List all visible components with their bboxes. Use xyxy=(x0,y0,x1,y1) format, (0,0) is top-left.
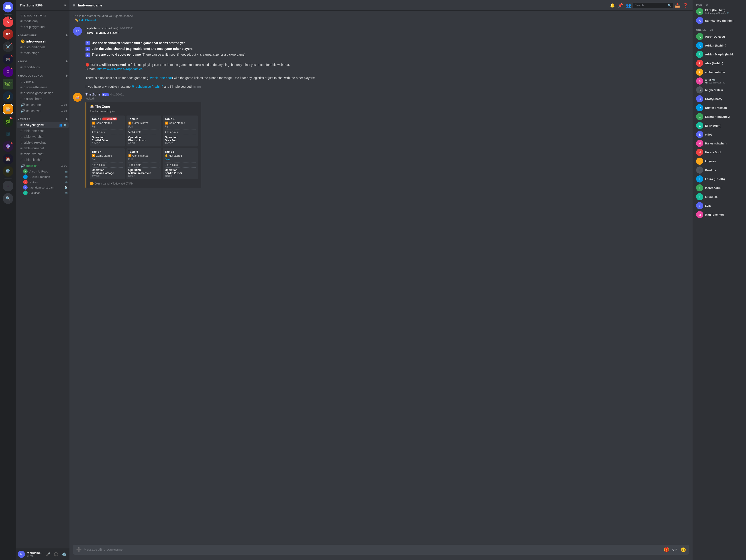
channel-mods-only[interactable]: # mods-only xyxy=(17,18,68,24)
channel-discuss-horror[interactable]: # discuss-horror xyxy=(17,96,68,102)
channel-find-your-game[interactable]: # find-your-game 👥 ⚙️ xyxy=(17,122,68,128)
sidebar-user-alex[interactable]: A Alex (he/him) xyxy=(694,59,744,68)
channel-intro-yourself[interactable]: 🖐️ intro-yourself xyxy=(17,38,68,44)
search-input[interactable] xyxy=(635,4,666,7)
channel-name: announcements xyxy=(24,13,46,17)
sidebar-user-leebrandt33[interactable]: L leebrandt33 xyxy=(694,183,744,192)
channel-couch-one[interactable]: 🔊 couch-one 00 08 xyxy=(17,102,68,108)
server-icon-5[interactable]: 👾 2 xyxy=(3,66,13,77)
sidebar-user-hailey[interactable]: H Hailey (she/her) xyxy=(694,139,744,148)
channel-table-four-chat[interactable]: # table-four-chat xyxy=(17,145,68,151)
server-icon-3[interactable]: ⚔️ 1 xyxy=(3,41,13,52)
table-card-3: Table 3 ▶️ Game started Full 4 of 4 slot… xyxy=(163,116,198,146)
voice-user-aaron[interactable]: A Aaron A. Reed 📹 xyxy=(16,169,69,174)
category-tables[interactable]: ▾ TABLES + xyxy=(16,114,69,122)
sidebar-user-hereticsoul[interactable]: H HereticSoul xyxy=(694,148,744,157)
discover-server-button[interactable]: 🔍 xyxy=(3,193,13,204)
server-icon-tabletop[interactable]: TABLETOP CALL IN Show xyxy=(3,79,13,89)
message-input[interactable] xyxy=(84,544,661,555)
stream-link[interactable]: https://www.twitch.tv/raphdamico xyxy=(97,67,143,71)
sidebar-user-laura[interactable]: L Laura (Koloth) xyxy=(694,175,744,183)
sidebar-user-khymes[interactable]: K khymes xyxy=(694,157,744,166)
sidebar-avatar: L xyxy=(696,184,703,191)
settings-icon[interactable]: ⚙️ xyxy=(61,551,68,558)
server-icon-4[interactable]: 🎮 1 xyxy=(3,54,13,64)
headset-icon[interactable]: 🎧 xyxy=(53,551,60,558)
members-icon[interactable]: 👥 xyxy=(625,2,632,9)
discord-home-icon[interactable] xyxy=(3,2,13,12)
server-icon-8[interactable]: 🌑 xyxy=(3,129,13,139)
add-server-button[interactable]: + xyxy=(3,181,13,191)
sidebar-user-info-raphdamico: raphdamico (he/him) xyxy=(705,19,742,22)
sidebar-user-lyla[interactable]: L Lyla xyxy=(694,201,744,210)
server-icon-2[interactable]: RPG xyxy=(3,29,13,40)
sidebar-user-adrian-marple[interactable]: A Adrian Marple (he/hi... xyxy=(694,50,744,59)
sidebar-user-info: HereticSoul xyxy=(705,151,742,154)
sidebar-user-luluspice[interactable]: L luluspice xyxy=(694,192,744,201)
server-name-header[interactable]: The Zone RPG ▾ xyxy=(16,0,69,11)
server-icon-10[interactable]: 🏰 xyxy=(3,154,13,164)
mute-icon[interactable]: 🎤 xyxy=(45,551,52,558)
sidebar-user-aaron[interactable]: A Aaron A. Reed xyxy=(694,32,744,41)
server-icon-1[interactable]: 77 15 xyxy=(3,17,13,27)
sidebar-user-craftyshafty[interactable]: C CraftyShafty xyxy=(694,94,744,103)
channel-bot-playground[interactable]: # bot-playground xyxy=(17,24,68,30)
server-icon-7[interactable]: 🌿 61 xyxy=(3,116,13,127)
gif-icon[interactable]: GIF xyxy=(671,545,679,555)
add-channel-icon[interactable]: + xyxy=(65,59,68,63)
pin-icon[interactable]: 📌 xyxy=(617,2,624,9)
sidebar-user-eleanor[interactable]: E Eleanor (she/they) xyxy=(694,112,744,121)
category-start-here[interactable]: ▾ START HERE + xyxy=(16,30,69,38)
voice-user-sajidsan[interactable]: S Sajidsan 📹 xyxy=(16,190,69,196)
channel-rules-and-goals[interactable]: # rules-and-goals xyxy=(17,44,68,50)
table-join-6[interactable]: Join! xyxy=(165,158,196,161)
channel-table-one-chat[interactable]: # table-one-chat xyxy=(17,128,68,134)
search-bar[interactable]: 🔍 xyxy=(633,3,673,8)
channel-table-six-chat[interactable]: # table-six-chat xyxy=(17,157,68,163)
server-icon-9[interactable]: 🔮 4 xyxy=(3,141,13,152)
server-icon-6[interactable]: 🌙 xyxy=(3,91,13,102)
sidebar-user-mari[interactable]: M Mari (she/her) xyxy=(694,210,744,219)
server-icon-11[interactable]: ⚗️ xyxy=(3,166,13,177)
channel-discuss-the-zone[interactable]: # discuss-the-zone xyxy=(17,84,68,90)
voice-user-nukes[interactable]: N Nukes 📹 xyxy=(16,179,69,185)
add-attachment-icon[interactable]: ➕ xyxy=(75,545,83,555)
sidebar-user-ania[interactable]: A ania 🐀 🐀 Watch your rat! xyxy=(694,77,744,86)
category-hangout-zones[interactable]: ▾ HANGOUT ZONES + xyxy=(16,70,69,79)
sidebar-user-raphdamico[interactable]: R raphdamico (he/him) xyxy=(694,16,744,25)
sidebar-user-eli[interactable]: E Eli (He/Him) xyxy=(694,121,744,130)
channel-table-three-chat[interactable]: # table-three-chat xyxy=(17,140,68,145)
channel-report-bugs[interactable]: # report-bugs xyxy=(17,64,68,70)
help-icon[interactable]: ❓ xyxy=(682,2,689,9)
channel-general[interactable]: # general xyxy=(17,79,68,84)
sidebar-user-dustin[interactable]: D Dustin Freeman xyxy=(694,103,744,112)
sidebar-user-eliot[interactable]: E Eliot (He / him) Listening to Spotify … xyxy=(694,7,744,16)
notifications-icon[interactable]: 🔔 xyxy=(609,2,616,9)
channel-announcements[interactable]: # announcements xyxy=(17,12,68,18)
sidebar-user-elliot[interactable]: E elliot xyxy=(694,130,744,139)
server-icon-zone-rpg[interactable]: 🎰 xyxy=(3,104,13,114)
table-one-chat-link[interactable]: #table-one-chat xyxy=(150,76,172,80)
channel-couch-two[interactable]: 🔊 couch-two 00 08 xyxy=(17,108,68,114)
settings-icon[interactable]: ⚙️ xyxy=(63,123,67,127)
voice-user-dustin[interactable]: D Dustin Freeman 📹 xyxy=(16,174,69,179)
add-channel-icon[interactable]: + xyxy=(65,33,68,37)
sidebar-user-amber[interactable]: A amber autumn xyxy=(694,68,744,77)
channel-discuss-game-design[interactable]: # discuss-game-design xyxy=(17,90,68,96)
category-bugs[interactable]: ▾ BUGS! + xyxy=(16,56,69,64)
sidebar-user-krudius[interactable]: K Krudius xyxy=(694,166,744,175)
add-channel-icon[interactable]: + xyxy=(65,74,68,78)
voice-user-raphdamico-stream[interactable]: R raphdamico-stream 📡 xyxy=(16,185,69,190)
inbox-icon[interactable]: 📥 xyxy=(674,2,681,9)
gift-icon[interactable]: 🎁 xyxy=(662,545,670,555)
channel-table-one-voice[interactable]: 🔊 table-one 05 06 xyxy=(17,163,68,169)
raphdamico-mention[interactable]: @raphdamico (he/him) xyxy=(132,85,163,88)
channel-table-two-chat[interactable]: # table-two-chat xyxy=(17,134,68,140)
sidebar-user-bugbearstew[interactable]: B bugbearstew xyxy=(694,86,744,94)
channel-main-stage[interactable]: # main-stage xyxy=(17,50,68,56)
add-channel-icon[interactable]: + xyxy=(65,117,68,121)
channel-table-five-chat[interactable]: # table-five-chat xyxy=(17,151,68,157)
sidebar-user-adrian[interactable]: A Adrian (he/him) xyxy=(694,41,744,50)
edit-channel-button[interactable]: ✏️ Edit Channel xyxy=(73,18,97,23)
emoji-icon[interactable]: 😊 xyxy=(679,545,687,555)
